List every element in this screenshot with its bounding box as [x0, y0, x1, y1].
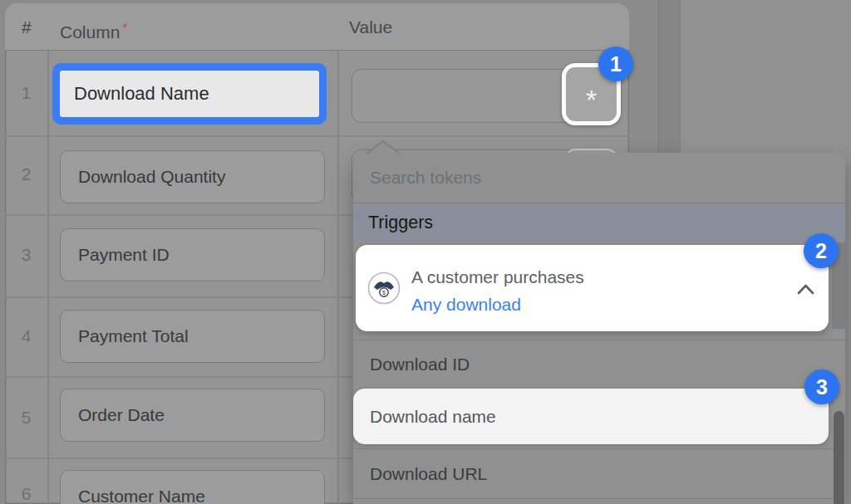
svg-text:$: $	[382, 290, 386, 296]
required-asterisk: *	[122, 20, 127, 34]
token-item-download-id[interactable]: Download ID	[353, 340, 845, 389]
trigger-source-card[interactable]: $ A customer purchases Any download	[356, 245, 829, 331]
column-field-payment-total[interactable]: Payment Total	[60, 310, 325, 363]
list-divider	[353, 498, 845, 499]
callout-badge-1: 1	[598, 46, 633, 81]
column-field-customer-name[interactable]: Customer Name	[60, 470, 325, 504]
row-number: 3	[5, 242, 47, 267]
header-column: Column*	[60, 3, 127, 56]
row-divider	[5, 135, 629, 137]
column-field-download-name-focused[interactable]: Download Name	[52, 63, 327, 125]
header-number: #	[22, 3, 32, 51]
token-search-input[interactable]	[353, 153, 845, 203]
row-number: 5	[5, 405, 47, 430]
token-search-row	[353, 153, 845, 203]
table-header-row: # Column* Value	[5, 3, 629, 51]
triggers-section-header: Triggers	[353, 204, 845, 241]
trigger-title: A customer purchases	[411, 267, 584, 287]
header-value: Value	[349, 3, 392, 51]
token-item-download-url[interactable]: Download URL	[353, 449, 845, 498]
trigger-selection-link[interactable]: Any download	[411, 295, 521, 315]
column-field-text: Download Name	[60, 71, 319, 117]
chevron-up-icon[interactable]	[797, 284, 814, 295]
column-separator	[337, 51, 339, 504]
row-number: 1	[5, 81, 47, 105]
row-number: 4	[5, 324, 47, 349]
column-field-download-quantity[interactable]: Download Quantity	[60, 150, 325, 203]
callout-badge-2: 2	[804, 233, 839, 268]
row-number: 2	[5, 162, 47, 187]
token-item-download-name-highlighted[interactable]: Download name	[353, 389, 829, 444]
column-field-order-date[interactable]: Order Date	[60, 389, 325, 442]
popover-scrollbar[interactable]	[834, 411, 844, 504]
purchase-trigger-icon: $	[367, 272, 401, 305]
row-number: 6	[5, 482, 47, 504]
token-picker-popover: Triggers $ A customer purchases Any down…	[353, 153, 845, 504]
callout-badge-3: 3	[804, 369, 839, 404]
column-field-payment-id[interactable]: Payment ID	[60, 228, 325, 281]
asterisk-key-icon: *	[586, 84, 597, 116]
column-separator	[47, 51, 49, 504]
